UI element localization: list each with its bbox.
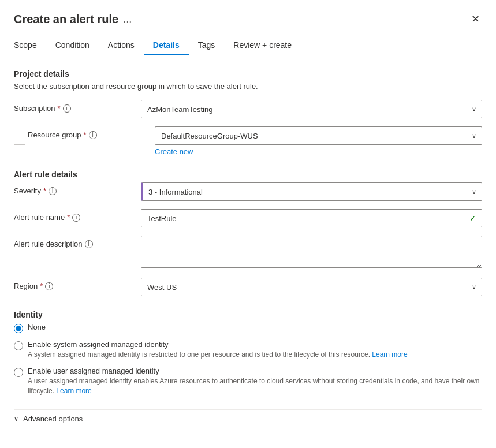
dialog-title: Create an alert rule [14, 13, 118, 26]
resource-group-info-icon[interactable]: i [89, 131, 97, 139]
region-required: * [40, 282, 43, 290]
region-select-wrapper: West US East US East US 2 ∨ [141, 278, 482, 296]
tab-tags[interactable]: Tags [189, 36, 225, 55]
identity-user-assigned-label: Enable user assigned managed identity [28, 367, 482, 375]
check-icon: ✓ [469, 214, 476, 223]
alert-rule-name-info-icon[interactable]: i [72, 214, 80, 222]
identity-none-label: None [28, 323, 46, 331]
resource-group-label: Resource group * i [28, 126, 155, 139]
tab-details[interactable]: Details [144, 36, 189, 55]
severity-info-icon[interactable]: i [49, 187, 57, 195]
alert-rule-desc-row: Alert rule description i [14, 236, 482, 270]
region-label: Region * i [14, 278, 141, 290]
subscription-select[interactable]: AzMonTeamTesting [141, 100, 482, 118]
identity-system-assigned-option: Enable system assigned managed identity … [14, 340, 482, 360]
alert-rule-name-required: * [67, 213, 70, 222]
identity-user-assigned-radio[interactable] [14, 368, 23, 377]
alert-rule-desc-control [141, 236, 482, 270]
project-details-desc: Select the subscription and resource gro… [14, 82, 482, 91]
identity-none-radio[interactable] [14, 324, 23, 333]
dialog-title-row: Create an alert rule ... [14, 13, 132, 26]
system-assigned-learn-more-link[interactable]: Learn more [372, 350, 407, 359]
subscription-row: Subscription * i AzMonTeamTesting ∨ [14, 100, 482, 118]
resource-group-control: DefaultResourceGroup-WUS ∨ Create new [155, 126, 482, 156]
alert-rule-name-input[interactable] [141, 209, 482, 227]
tab-condition[interactable]: Condition [46, 36, 99, 55]
project-details-title: Project details [14, 69, 482, 79]
advanced-options-label: Advanced options [23, 415, 83, 423]
tab-bar: Scope Condition Actions Details Tags Rev… [14, 36, 482, 55]
dialog-more-icon[interactable]: ... [123, 13, 132, 25]
identity-system-assigned-radio[interactable] [14, 341, 23, 350]
user-assigned-learn-more-link[interactable]: Learn more [56, 387, 91, 395]
tab-review-create[interactable]: Review + create [224, 36, 301, 55]
resource-group-select[interactable]: DefaultResourceGroup-WUS [155, 126, 482, 145]
identity-section: Identity None Enable system assigned man… [14, 310, 482, 395]
create-new-link[interactable]: Create new [155, 147, 193, 156]
alert-rule-desc-label: Alert rule description i [14, 236, 141, 248]
identity-user-assigned-option: Enable user assigned managed identity A … [14, 367, 482, 396]
alert-rule-details-title: Alert rule details [14, 170, 482, 179]
alert-rule-desc-input[interactable] [141, 236, 482, 268]
identity-section-title: Identity [14, 310, 482, 319]
subscription-info-icon[interactable]: i [63, 104, 71, 113]
alert-rule-name-label: Alert rule name * i [14, 209, 141, 222]
alert-rule-details-section: Alert rule details Severity * i 0 - Crit… [14, 170, 482, 296]
subscription-control: AzMonTeamTesting ∨ [141, 100, 482, 118]
region-row: Region * i West US East US East US 2 ∨ [14, 278, 482, 296]
identity-system-assigned-label: Enable system assigned managed identity [28, 340, 408, 349]
region-info-icon[interactable]: i [45, 282, 53, 290]
severity-row: Severity * i 0 - Critical 1 - Error 2 - … [14, 182, 482, 201]
subscription-required: * [58, 104, 61, 113]
resource-group-select-wrapper: DefaultResourceGroup-WUS ∨ [155, 126, 482, 145]
region-control: West US East US East US 2 ∨ [141, 278, 482, 296]
identity-none-option: None [14, 323, 482, 333]
dialog-header: Create an alert rule ... ✕ [14, 12, 482, 27]
resource-group-row: Resource group * i DefaultResourceGroup-… [14, 126, 482, 156]
resource-group-required: * [84, 130, 87, 139]
identity-user-assigned-desc: A user assigned managed identity enables… [28, 376, 482, 396]
severity-control: 0 - Critical 1 - Error 2 - Warning 3 - I… [141, 182, 482, 201]
identity-system-assigned-desc: A system assigned managed identity is re… [28, 350, 408, 360]
alert-rule-name-control: ✓ [141, 209, 482, 227]
advanced-options-section[interactable]: ∨ Advanced options [14, 409, 482, 423]
subscription-label: Subscription * i [14, 100, 141, 113]
create-alert-rule-dialog: Create an alert rule ... ✕ Scope Conditi… [0, 0, 496, 448]
region-select[interactable]: West US East US East US 2 [141, 278, 482, 296]
alert-rule-name-input-wrapper: ✓ [141, 209, 482, 227]
tab-scope[interactable]: Scope [14, 36, 46, 55]
indent-line [14, 131, 25, 145]
project-details-section: Project details Select the subscription … [14, 69, 482, 156]
severity-label: Severity * i [14, 182, 141, 195]
severity-required: * [43, 186, 46, 195]
subscription-select-wrapper: AzMonTeamTesting ∨ [141, 100, 482, 118]
alert-rule-desc-info-icon[interactable]: i [85, 240, 93, 248]
tab-actions[interactable]: Actions [99, 36, 144, 55]
severity-select[interactable]: 0 - Critical 1 - Error 2 - Warning 3 - I… [141, 182, 482, 201]
close-button[interactable]: ✕ [469, 12, 482, 27]
alert-rule-name-row: Alert rule name * i ✓ [14, 209, 482, 227]
advanced-options-chevron-icon: ∨ [14, 415, 18, 423]
severity-select-wrapper: 0 - Critical 1 - Error 2 - Warning 3 - I… [141, 182, 482, 201]
